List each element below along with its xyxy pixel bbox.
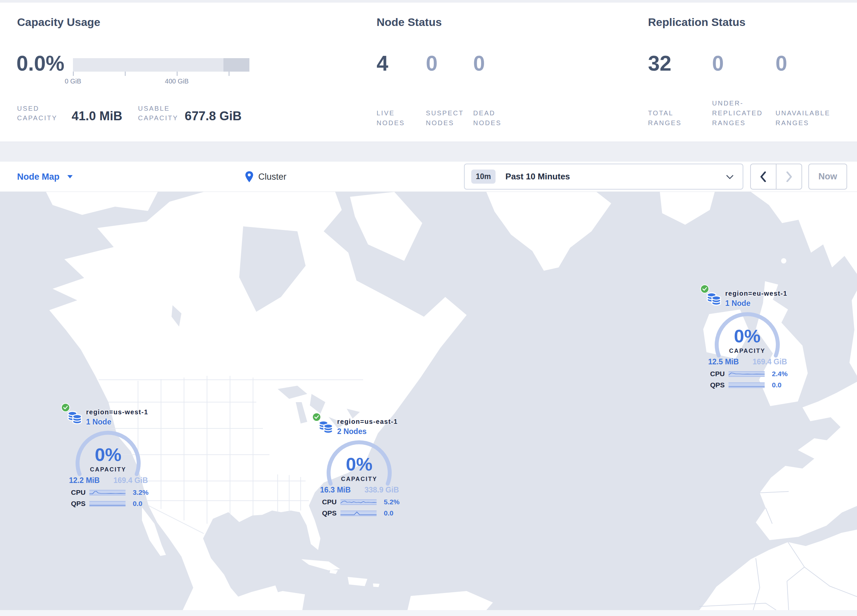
cpu-value: 3.2% bbox=[133, 488, 149, 496]
cpu-sparkline bbox=[340, 499, 377, 505]
used-capacity-label-line2: CAPACITY bbox=[17, 113, 57, 123]
replication-status-title: Replication Status bbox=[648, 16, 746, 29]
time-step-forward-button[interactable] bbox=[777, 164, 801, 189]
chevron-left-icon bbox=[760, 171, 767, 182]
usable-capacity-label-line1: USABLE bbox=[138, 104, 178, 113]
qps-label: QPS bbox=[322, 509, 340, 517]
map-footer-strip bbox=[0, 610, 857, 616]
unavailable-ranges-label-line1: UNAVAILABLE bbox=[775, 108, 831, 118]
database-stack-icon bbox=[319, 419, 334, 434]
total-ranges-label-line2: RANGES bbox=[648, 118, 682, 128]
gauge-tick bbox=[73, 72, 74, 76]
time-step-buttons bbox=[750, 164, 802, 190]
cpu-label: CPU bbox=[710, 370, 729, 378]
region-used-capacity: 12.5 MiB bbox=[708, 357, 739, 366]
dead-nodes-label-line2: NODES bbox=[473, 118, 501, 128]
usable-capacity-label: USABLE CAPACITY bbox=[138, 104, 178, 123]
qps-sparkline bbox=[340, 511, 377, 516]
region-capacity-label: CAPACITY bbox=[312, 476, 406, 483]
database-stack-icon bbox=[67, 410, 82, 425]
region-name: region=us-east-1 bbox=[337, 418, 398, 425]
used-capacity-value: 41.0 MiB bbox=[72, 109, 122, 123]
now-button[interactable]: Now bbox=[808, 164, 847, 190]
cpu-label: CPU bbox=[322, 498, 340, 506]
cpu-sparkline bbox=[90, 490, 125, 496]
live-nodes-count: 4 bbox=[377, 51, 388, 76]
region-node-count: 1 Node bbox=[725, 299, 750, 308]
region-total-capacity: 169.4 GiB bbox=[752, 357, 787, 366]
qps-value: 0.0 bbox=[384, 509, 393, 517]
region-used-capacity: 16.3 MiB bbox=[320, 486, 351, 494]
capacity-gauge-reserved-segment bbox=[223, 58, 249, 72]
capacity-usage-title: Capacity Usage bbox=[17, 16, 100, 29]
used-capacity-label-line1: USED bbox=[17, 104, 57, 113]
unavailable-ranges-label-line2: RANGES bbox=[775, 118, 831, 128]
unavailable-ranges-count: 0 bbox=[775, 51, 787, 76]
suspect-nodes-label: SUSPECT NODES bbox=[426, 108, 464, 128]
breadcrumb-label: Cluster bbox=[258, 172, 286, 182]
usable-capacity-label-line2: CAPACITY bbox=[138, 113, 178, 123]
region-capacity-percent: 0% bbox=[61, 444, 155, 465]
region-name: region=us-west-1 bbox=[86, 408, 148, 416]
region-capacity-label: CAPACITY bbox=[61, 466, 155, 473]
map-toolbar: Node Map Cluster 10m Past 10 Minutes Now bbox=[0, 162, 857, 192]
time-step-back-button[interactable] bbox=[751, 164, 777, 189]
qps-sparkline bbox=[729, 383, 765, 388]
chevron-down-icon bbox=[726, 175, 733, 179]
region-card-eu-west-1[interactable]: region=eu-west-1 1 Node 0% CAPACITY 12.5… bbox=[700, 284, 794, 394]
cpu-value: 2.4% bbox=[772, 370, 788, 378]
region-total-capacity: 338.9 GiB bbox=[364, 486, 399, 494]
region-node-count: 2 Nodes bbox=[337, 427, 367, 436]
cpu-sparkline bbox=[729, 371, 765, 377]
under-replicated-label-line0: UNDER- bbox=[712, 98, 763, 108]
gauge-tick bbox=[125, 72, 125, 76]
gauge-tick bbox=[229, 72, 229, 76]
qps-value: 0.0 bbox=[772, 381, 781, 389]
suspect-nodes-label-line1: SUSPECT bbox=[426, 108, 464, 118]
under-replicated-label-line1: REPLICATED bbox=[712, 108, 763, 118]
total-ranges-label: TOTAL RANGES bbox=[648, 108, 682, 128]
gauge-tick bbox=[177, 72, 178, 76]
caret-down-icon bbox=[67, 175, 73, 178]
breadcrumb[interactable]: Cluster bbox=[245, 162, 286, 192]
world-map bbox=[0, 192, 857, 610]
view-selector-dropdown[interactable]: Node Map bbox=[17, 162, 73, 192]
gauge-tick-label-400: 400 GiB bbox=[165, 77, 189, 85]
view-selector-label: Node Map bbox=[17, 172, 59, 182]
region-card-us-west-1[interactable]: region=us-west-1 1 Node 0% CAPACITY 12.2… bbox=[61, 403, 155, 512]
time-range-shortcut-badge: 10m bbox=[471, 170, 495, 184]
cluster-summary-panel: Capacity Usage 0.0% 0 GiB 400 GiB USED C… bbox=[0, 3, 857, 142]
node-status-title: Node Status bbox=[377, 16, 442, 29]
dead-nodes-label-line1: DEAD bbox=[473, 108, 501, 118]
under-replicated-ranges-count: 0 bbox=[712, 51, 724, 76]
cpu-value: 5.2% bbox=[384, 498, 399, 506]
database-stack-icon bbox=[707, 291, 722, 306]
node-map: region=us-west-1 1 Node 0% CAPACITY 12.2… bbox=[0, 192, 857, 610]
region-node-count: 1 Node bbox=[86, 418, 111, 426]
qps-label: QPS bbox=[71, 500, 90, 508]
total-ranges-count: 32 bbox=[648, 51, 671, 76]
unavailable-ranges-label: UNAVAILABLE RANGES bbox=[775, 108, 831, 128]
region-card-us-east-1[interactable]: region=us-east-1 2 Nodes 0% CAPACITY 16.… bbox=[312, 413, 406, 522]
region-name: region=eu-west-1 bbox=[725, 290, 787, 297]
suspect-nodes-label-line2: NODES bbox=[426, 118, 464, 128]
total-ranges-label-line1: TOTAL bbox=[648, 108, 682, 118]
chevron-right-icon bbox=[786, 171, 792, 182]
under-replicated-ranges-label: UNDER- REPLICATED RANGES bbox=[712, 98, 763, 128]
live-nodes-label-line1: LIVE bbox=[377, 108, 405, 118]
cpu-label: CPU bbox=[71, 488, 90, 496]
dead-nodes-count: 0 bbox=[473, 51, 485, 76]
region-capacity-label: CAPACITY bbox=[700, 347, 794, 355]
under-replicated-label-line2: RANGES bbox=[712, 118, 763, 128]
gauge-tick-label-0: 0 GiB bbox=[65, 77, 81, 85]
suspect-nodes-count: 0 bbox=[426, 51, 438, 76]
capacity-gauge bbox=[73, 58, 249, 72]
time-range-dropdown[interactable]: 10m Past 10 Minutes bbox=[464, 164, 743, 190]
usable-capacity-value: 677.8 GiB bbox=[185, 109, 241, 123]
region-used-capacity: 12.2 MiB bbox=[69, 476, 99, 485]
region-capacity-percent: 0% bbox=[700, 325, 794, 347]
live-nodes-label: LIVE NODES bbox=[377, 108, 405, 128]
region-capacity-percent: 0% bbox=[312, 453, 406, 475]
map-pin-icon bbox=[245, 171, 254, 183]
dead-nodes-label: DEAD NODES bbox=[473, 108, 501, 128]
